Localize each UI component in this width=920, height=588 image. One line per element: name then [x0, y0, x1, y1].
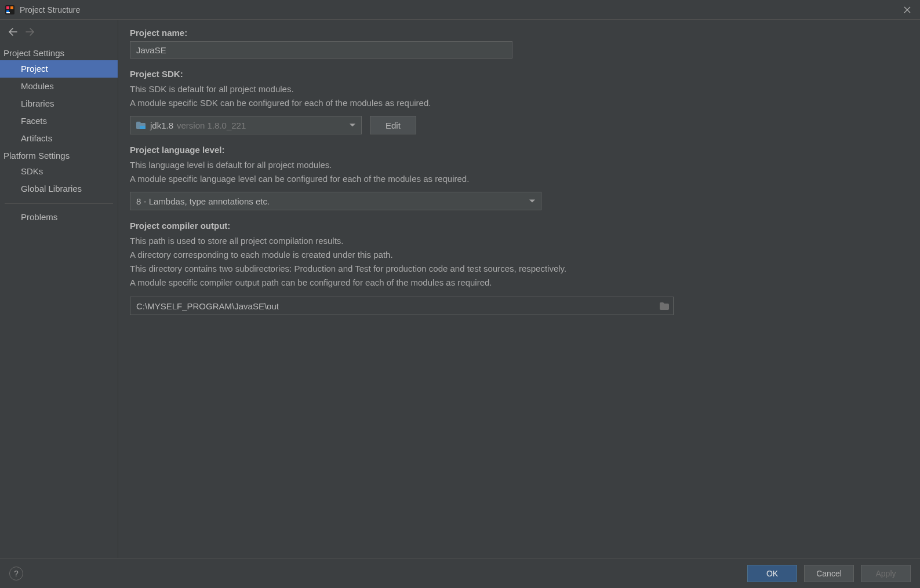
project-sdk-row: jdk1.8 version 1.8.0_221 Edit	[130, 116, 908, 134]
sidebar-item-modules[interactable]: Modules	[0, 78, 118, 95]
project-sdk-label: Project SDK:	[130, 69, 908, 79]
sidebar-item-sdks[interactable]: SDKs	[0, 163, 118, 180]
sidebar-item-global-libraries[interactable]: Global Libraries	[0, 180, 118, 198]
sdk-version: version 1.8.0_221	[177, 120, 246, 130]
language-level-selected: 8 - Lambdas, type annotations etc.	[136, 196, 270, 206]
sidebar-separator	[5, 203, 113, 204]
sidebar-item-libraries[interactable]: Libraries	[0, 95, 118, 112]
language-level-dropdown[interactable]: 8 - Lambdas, type annotations etc.	[130, 192, 541, 210]
ok-button[interactable]: OK	[747, 565, 797, 582]
compiler-output-desc1: This path is used to store all project c…	[130, 234, 908, 248]
edit-sdk-button[interactable]: Edit	[370, 116, 416, 134]
close-icon[interactable]	[899, 2, 915, 18]
body: Project Settings Project Modules Librari…	[0, 20, 920, 558]
project-name-block: Project name:	[130, 28, 908, 59]
sidebar-item-label: Modules	[21, 81, 54, 91]
forward-arrow-icon[interactable]	[26, 27, 35, 39]
sidebar-item-label: Project	[21, 64, 48, 74]
cancel-label: Cancel	[816, 569, 842, 578]
svg-rect-2	[10, 6, 13, 9]
svg-rect-5	[140, 126, 146, 129]
sidebar-item-label: SDKs	[21, 166, 43, 176]
titlebar-title: Project Structure	[20, 5, 80, 14]
sidebar-item-label: Facets	[21, 116, 47, 126]
chevron-down-icon	[529, 200, 535, 203]
help-button[interactable]: ?	[9, 567, 23, 580]
ok-label: OK	[766, 569, 778, 578]
svg-rect-1	[6, 6, 9, 9]
compiler-output-desc4: A module specific compiler output path c…	[130, 276, 908, 290]
compiler-output-desc3: This directory contains two subdirectori…	[130, 262, 908, 276]
cancel-button[interactable]: Cancel	[804, 565, 854, 582]
sidebar-heading-platform-settings: Platform Settings	[0, 147, 118, 163]
language-level-desc2: A module specific language level can be …	[130, 172, 908, 186]
project-name-label: Project name:	[130, 28, 908, 38]
sidebar-item-label: Artifacts	[21, 133, 52, 143]
sidebar-item-label: Libraries	[21, 98, 54, 108]
sdk-name: jdk1.8	[150, 120, 173, 130]
sidebar-item-label: Global Libraries	[21, 184, 82, 193]
sidebar-item-project[interactable]: Project	[0, 60, 118, 78]
nav-arrows	[0, 23, 118, 45]
back-arrow-icon[interactable]	[8, 27, 17, 39]
project-sdk-dropdown[interactable]: jdk1.8 version 1.8.0_221	[130, 116, 362, 134]
help-label: ?	[14, 569, 19, 578]
compiler-output-input[interactable]	[130, 297, 656, 315]
compiler-output-desc2: A directory corresponding to each module…	[130, 248, 908, 262]
project-sdk-desc1: This SDK is default for all project modu…	[130, 82, 908, 96]
language-level-row: 8 - Lambdas, type annotations etc.	[130, 192, 908, 210]
chevron-down-icon	[350, 124, 355, 127]
titlebar-left: Project Structure	[5, 5, 80, 15]
titlebar: Project Structure	[0, 0, 920, 20]
compiler-output-block: Project compiler output: This path is us…	[130, 221, 908, 315]
sidebar-item-problems[interactable]: Problems	[0, 209, 118, 226]
project-sdk-desc2: A module specific SDK can be configured …	[130, 96, 908, 110]
folder-icon	[136, 122, 146, 129]
project-sdk-block: Project SDK: This SDK is default for all…	[130, 69, 908, 134]
sidebar-item-label: Problems	[21, 212, 57, 222]
edit-label: Edit	[386, 120, 401, 130]
browse-folder-icon[interactable]	[656, 297, 673, 315]
compiler-output-label: Project compiler output:	[130, 221, 908, 231]
sidebar-item-artifacts[interactable]: Artifacts	[0, 130, 118, 147]
footer: ? OK Cancel Apply	[0, 558, 920, 588]
project-structure-dialog: Project Structure Project Settings Proje…	[0, 0, 920, 588]
footer-buttons: OK Cancel Apply	[747, 565, 911, 582]
language-level-desc1: This language level is default for all p…	[130, 158, 908, 172]
apply-label: Apply	[875, 569, 896, 578]
sidebar-item-facets[interactable]: Facets	[0, 112, 118, 130]
intellij-icon	[5, 5, 15, 15]
compiler-output-row	[130, 297, 674, 315]
sidebar-heading-project-settings: Project Settings	[0, 45, 118, 60]
project-name-input[interactable]	[130, 41, 512, 59]
sidebar: Project Settings Project Modules Librari…	[0, 20, 118, 558]
apply-button[interactable]: Apply	[861, 565, 911, 582]
svg-rect-4	[6, 12, 10, 13]
language-level-block: Project language level: This language le…	[130, 145, 908, 210]
main-panel: Project name: Project SDK: This SDK is d…	[118, 20, 920, 558]
language-level-label: Project language level:	[130, 145, 908, 155]
